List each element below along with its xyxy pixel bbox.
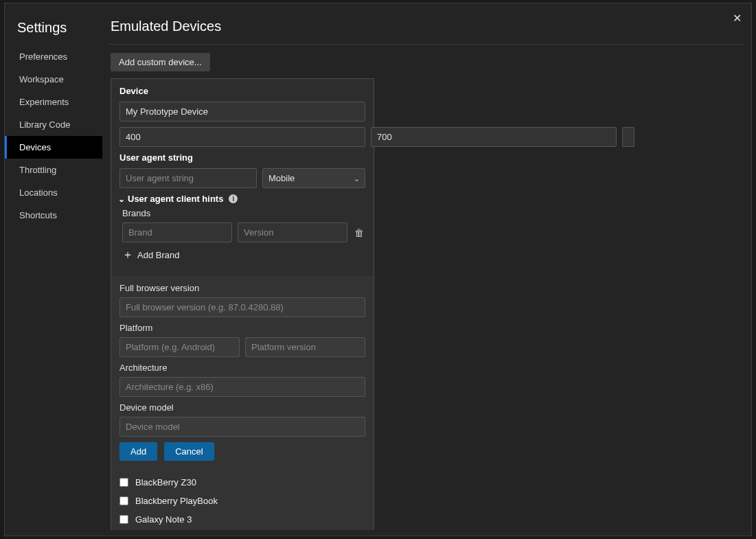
add-custom-device-button[interactable]: Add custom device... — [111, 53, 210, 71]
device-list: BlackBerry Z30 Blackberry PlayBook Galax… — [111, 468, 374, 530]
user-agent-string-input[interactable] — [119, 168, 257, 188]
plus-icon: ＋ — [122, 248, 133, 262]
page-title: Emulated Devices — [108, 16, 743, 45]
device-checkbox[interactable] — [119, 478, 128, 487]
device-list-item[interactable]: Blackberry PlayBook — [118, 492, 367, 510]
sidebar-item-library-code[interactable]: Library Code — [5, 113, 102, 136]
chevron-down-icon: ⌄ — [118, 194, 125, 204]
device-width-input[interactable] — [119, 127, 365, 147]
platform-label: Platform — [119, 323, 365, 333]
client-hints-label: User agent client hints — [128, 194, 223, 204]
add-button[interactable]: Add — [119, 442, 157, 461]
platform-version-input[interactable] — [245, 337, 365, 357]
sidebar-item-shortcuts[interactable]: Shortcuts — [5, 204, 102, 227]
device-name-input[interactable] — [119, 102, 365, 122]
info-icon[interactable]: i — [229, 194, 238, 203]
device-section-label: Device — [119, 86, 365, 96]
device-height-input[interactable] — [371, 127, 617, 147]
add-brand-button[interactable]: ＋ Add Brand — [122, 248, 365, 262]
sidebar-item-locations[interactable]: Locations — [5, 181, 102, 204]
platform-input[interactable] — [119, 337, 240, 357]
sidebar-item-experiments[interactable]: Experiments — [5, 91, 102, 113]
main-content: Emulated Devices Add custom device... De… — [108, 16, 746, 530]
device-editor-panel: Device User agent string Mobile — [111, 78, 374, 530]
user-agent-type-select[interactable]: Mobile — [262, 168, 365, 188]
device-checkbox[interactable] — [119, 496, 128, 505]
brand-version-input[interactable] — [238, 222, 347, 242]
device-list-item[interactable]: Galaxy Note 3 — [118, 510, 367, 529]
device-list-item[interactable]: BlackBerry Z30 — [118, 473, 367, 492]
trash-icon[interactable]: 🗑 — [353, 227, 365, 238]
device-checkbox[interactable] — [119, 515, 128, 524]
architecture-input[interactable] — [119, 377, 365, 397]
cancel-button[interactable]: Cancel — [164, 442, 214, 461]
full-browser-version-label: Full browser version — [119, 283, 365, 293]
full-browser-version-input[interactable] — [119, 297, 365, 317]
device-model-input[interactable] — [119, 417, 365, 437]
brand-input[interactable] — [122, 222, 232, 242]
sidebar-item-preferences[interactable]: Preferences — [5, 45, 102, 68]
device-label: Blackberry PlayBook — [135, 496, 218, 506]
device-label: BlackBerry Z30 — [135, 477, 196, 488]
sidebar-item-workspace[interactable]: Workspace — [5, 68, 102, 91]
add-brand-label: Add Brand — [137, 250, 179, 260]
brands-label: Brands — [122, 208, 365, 218]
architecture-label: Architecture — [119, 363, 365, 373]
sidebar: Settings Preferences Workspace Experimen… — [5, 3, 102, 536]
device-model-label: Device model — [119, 402, 365, 413]
sidebar-item-devices[interactable]: Devices — [5, 136, 102, 159]
user-agent-section-label: User agent string — [119, 152, 365, 163]
sidebar-item-throttling[interactable]: Throttling — [5, 159, 102, 181]
device-label: Galaxy Note 3 — [135, 514, 192, 525]
device-pixel-ratio-input[interactable] — [622, 127, 634, 147]
sidebar-title: Settings — [5, 20, 102, 45]
client-hints-expander[interactable]: ⌄ User agent client hints i — [118, 194, 365, 204]
